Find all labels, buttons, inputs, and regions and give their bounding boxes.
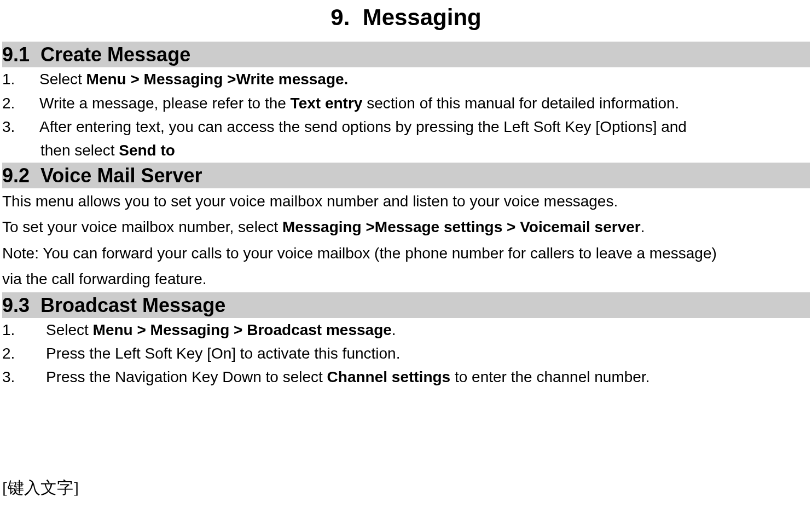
step-number: 3. [2, 115, 39, 139]
text-bold: Menu > Messaging >Write message. [86, 71, 349, 88]
text-post: to enter the channel number. [450, 368, 649, 385]
text-pre: Select [46, 321, 93, 338]
section-title: Broadcast Message [40, 294, 225, 316]
text-pre: via the call forwarding feature. [2, 270, 207, 287]
step-number: 2. [2, 342, 46, 365]
chapter-title: 9. Messaging [2, 0, 810, 42]
step-number: 2. [2, 91, 39, 115]
text-bold: Messaging >Message settings > Voicemail … [282, 218, 641, 235]
section-title: Voice Mail Server [40, 164, 202, 187]
footer-placeholder: [键入文字] [2, 389, 810, 505]
paragraph: To set your voice mailbox number, select… [2, 214, 810, 240]
section-number: 9.2 [2, 164, 40, 187]
text-pre: Press the Left Soft Key [On] to activate… [46, 345, 400, 362]
text-pre: Select [39, 71, 86, 88]
document-page: 9. Messaging 9.1Create Message 1. Select… [0, 0, 812, 505]
step-text: Press the Left Soft Key [On] to activate… [46, 342, 810, 365]
step-text: Select Menu > Messaging >Write message. [39, 67, 810, 91]
text-pre: After entering text, you can access the … [39, 118, 687, 135]
text-pre: Press the Navigation Key Down to select [46, 368, 327, 385]
section-number: 9.3 [2, 293, 40, 317]
step-text: Write a message, please refer to the Tex… [39, 91, 810, 115]
text-pre: Note: You can forward your calls to your… [2, 245, 717, 262]
text-bold: Channel settings [327, 368, 451, 385]
step-row: 2. Write a message, please refer to the … [2, 91, 810, 115]
text-pre: then select [40, 142, 119, 159]
text-bold: Send to [119, 142, 175, 159]
step-text: Select Menu > Messaging > Broadcast mess… [46, 318, 810, 342]
text-pre: To set your voice mailbox number, select [2, 218, 282, 235]
text-pre: Write a message, please refer to the [39, 95, 291, 112]
section-heading-9-2: 9.2Voice Mail Server [2, 163, 810, 188]
section-number: 9.1 [2, 43, 40, 66]
step-text: Press the Navigation Key Down to select … [46, 365, 810, 389]
text-post: section of this manual for detailed info… [362, 95, 679, 112]
step-number: 1. [2, 318, 46, 342]
step-number: 1. [2, 67, 39, 91]
chapter-number: 9. [330, 4, 350, 30]
step-row: 2. Press the Left Soft Key [On] to activ… [2, 342, 810, 365]
section-title: Create Message [40, 43, 190, 66]
step-text: After entering text, you can access the … [39, 115, 810, 139]
step-text-continuation: then select Send to [2, 139, 810, 162]
step-row: 1. Select Menu > Messaging >Write messag… [2, 67, 810, 91]
text-post: . [392, 321, 396, 338]
text-post: . [641, 218, 645, 235]
step-row: 1. Select Menu > Messaging > Broadcast m… [2, 318, 810, 342]
paragraph: via the call forwarding feature. [2, 266, 810, 292]
text-bold: Text entry [291, 95, 363, 112]
chapter-title-text: Messaging [363, 4, 482, 30]
paragraph: Note: You can forward your calls to your… [2, 240, 810, 266]
step-row: 3. Press the Navigation Key Down to sele… [2, 365, 810, 389]
text-bold: Menu > Messaging > Broadcast message [93, 321, 392, 338]
text-pre: This menu allows you to set your voice m… [2, 193, 618, 210]
section-heading-9-3: 9.3Broadcast Message [2, 292, 810, 318]
paragraph: This menu allows you to set your voice m… [2, 188, 810, 214]
step-row: 3. After entering text, you can access t… [2, 115, 810, 139]
section-heading-9-1: 9.1Create Message [2, 42, 810, 67]
step-number: 3. [2, 365, 46, 389]
